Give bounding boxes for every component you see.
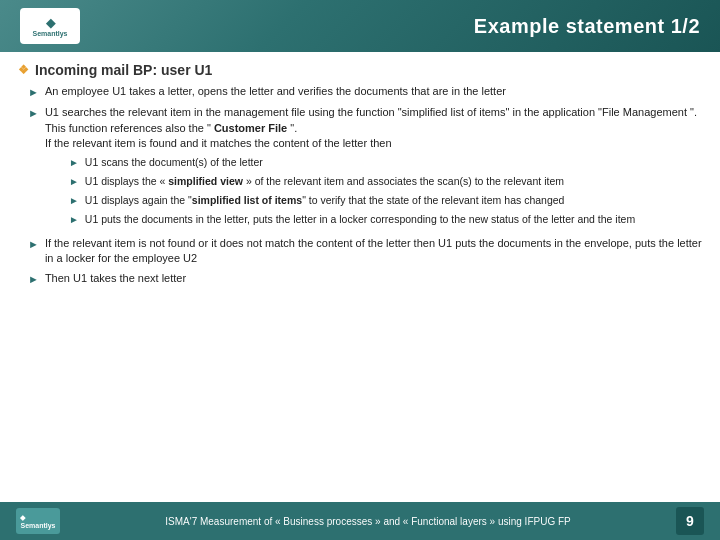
list-item: ► An employee U1 takes a letter, opens t…	[28, 84, 702, 100]
arrow-icon: ►	[28, 237, 39, 252]
list-item: ► If the relevant item is not found or i…	[28, 236, 702, 267]
has-changed-text: has changed	[504, 194, 564, 206]
bullet2-content: U1 searches the relevant item in the man…	[45, 105, 702, 230]
list-item: ► U1 scans the document(s) of the letter	[69, 155, 702, 170]
arrow-icon: ►	[28, 272, 39, 287]
list-item: ► U1 searches the relevant item in the m…	[28, 105, 702, 230]
footer-logo-text: ◆Semantlys	[20, 514, 55, 529]
footer-logo-box: ◆Semantlys	[16, 508, 60, 534]
list-item: ► Then U1 takes the next letter	[28, 271, 702, 287]
arrow-icon: ►	[69, 194, 79, 208]
logo-area: ◆ Semantlys	[20, 8, 80, 44]
arrow-icon: ►	[69, 156, 79, 170]
footer-text: ISMA'7 Measurement of « Business process…	[165, 516, 570, 527]
section-title: ❖ Incoming mail BP: user U1	[18, 62, 702, 78]
page-number: 9	[676, 507, 704, 535]
customer-file-text: Customer File	[214, 122, 287, 134]
header: ◆ Semantlys Example statement 1/2	[0, 0, 720, 52]
logo-box: ◆ Semantlys	[20, 8, 80, 44]
list-item: ► U1 displays the « simplified view » of…	[69, 174, 702, 189]
arrow-icon: ►	[28, 85, 39, 100]
arrow-icon: ►	[69, 175, 79, 189]
arrow-icon: ►	[69, 213, 79, 227]
arrow-icon: ►	[28, 106, 39, 121]
bullet-list: ► An employee U1 takes a letter, opens t…	[18, 84, 702, 288]
diamond-icon: ❖	[18, 63, 29, 77]
footer: ◆Semantlys ISMA'7 Measurement of « Busin…	[0, 502, 720, 540]
main-content: ❖ Incoming mail BP: user U1 ► An employe…	[0, 52, 720, 502]
logo-text: ◆ Semantlys	[32, 16, 67, 37]
sub-list: ► U1 scans the document(s) of the letter…	[45, 155, 702, 227]
footer-logo: ◆Semantlys	[16, 508, 60, 534]
list-item: ► U1 puts the documents in the letter, p…	[69, 212, 702, 227]
header-title: Example statement 1/2	[474, 15, 700, 38]
list-item: ► U1 displays again the "simplified list…	[69, 193, 702, 208]
